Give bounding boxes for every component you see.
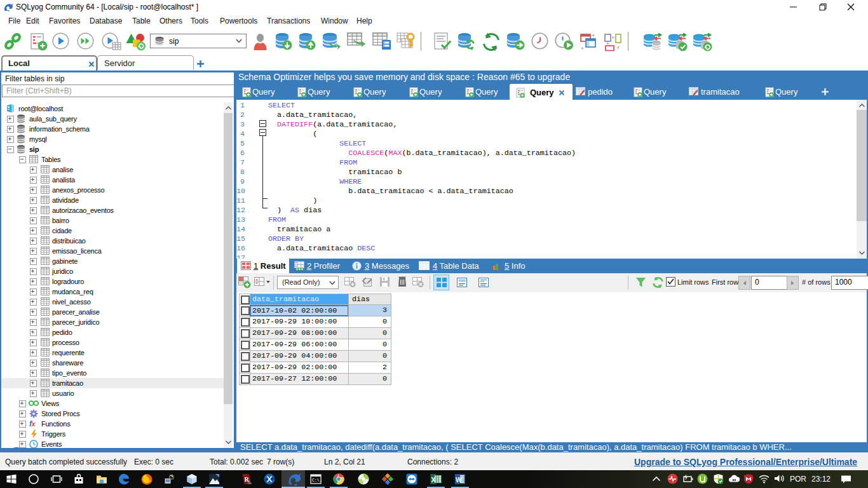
svg-text:W: W xyxy=(456,476,462,484)
svg-text:R: R xyxy=(245,476,250,483)
svg-text:C:\.: C:\. xyxy=(312,478,322,483)
svg-text:X: X xyxy=(431,476,436,484)
